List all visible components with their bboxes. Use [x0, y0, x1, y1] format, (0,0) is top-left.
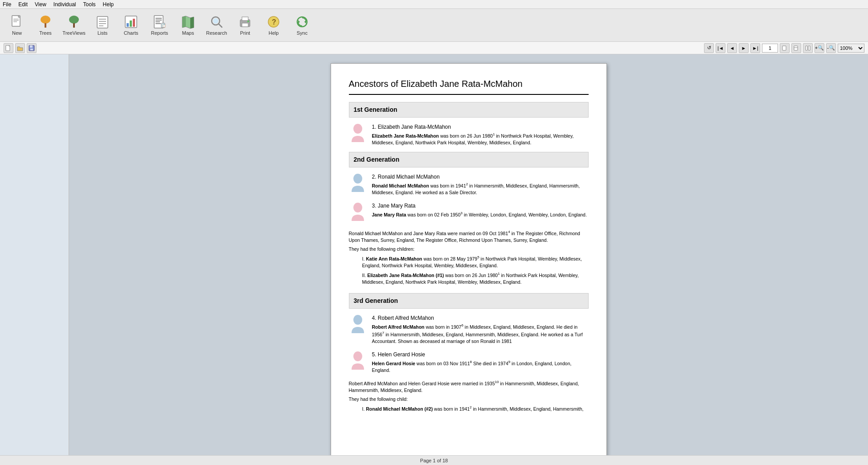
person-3-number: 3. [372, 203, 378, 209]
menu-file[interactable]: File [3, 1, 11, 8]
person-4-text: 4. Robert Alfred McMahon Robert Alfred M… [372, 314, 589, 345]
svg-marker-26 [182, 16, 186, 28]
svg-point-51 [353, 174, 362, 184]
reports-button[interactable]: 📋 Reports [146, 12, 173, 39]
svg-marker-27 [190, 17, 194, 29]
maps-button[interactable]: Maps [175, 12, 201, 39]
svg-point-5 [41, 16, 50, 24]
page-layout-btn[interactable] [803, 43, 813, 53]
toolbar: New Trees TreeViews [0, 9, 868, 42]
page-format-btn[interactable] [780, 43, 790, 53]
svg-rect-6 [45, 23, 46, 28]
status-bar: Page 1 of 18 [0, 455, 868, 465]
svg-rect-48 [806, 46, 807, 50]
menu-individual[interactable]: Individual [53, 1, 76, 8]
gen2-children: I. Katie Ann Rata-McMahon was born on 28… [362, 255, 589, 286]
document: Ancestors of Elizabeth Jane Rata-McMahon… [331, 63, 607, 455]
svg-point-50 [353, 124, 362, 134]
gen3-header: 3rd Generation [349, 293, 589, 309]
person-1-bold: Elizabeth Jane Rata-McMahon [372, 133, 439, 139]
gen3-children: I. Ronald Michael McMahon (#2) was born … [362, 405, 589, 412]
svg-point-34 [247, 20, 249, 22]
person-5-icon [349, 351, 367, 373]
page-input[interactable] [762, 44, 778, 53]
menu-view[interactable]: View [35, 1, 46, 8]
menu-bar: File Edit View Individual Tools Help [0, 0, 868, 9]
svg-rect-45 [782, 46, 786, 50]
svg-rect-2 [13, 19, 19, 20]
person-1-number: 1. [372, 124, 378, 130]
svg-point-52 [353, 203, 362, 212]
person-1-name: Elizabeth Jane Rata-McMahon [378, 124, 451, 130]
charts-icon [124, 15, 138, 29]
main-layout: Ancestors of Elizabeth Jane Rata-McMahon… [0, 54, 868, 455]
lists-button[interactable]: Lists [89, 12, 116, 39]
svg-rect-49 [808, 46, 810, 50]
menu-help[interactable]: Help [103, 1, 114, 8]
svg-rect-11 [99, 21, 106, 22]
sync-button[interactable]: Sync [289, 12, 315, 39]
person-1-desc: Elizabeth Jane Rata-McMahon was born on … [372, 132, 589, 147]
new-doc-button[interactable] [4, 43, 13, 53]
secondary-toolbar: ↺ |◄ ◄ ► ►| +🔍 -🔍 100% [0, 42, 868, 54]
person-2: 2. Ronald Michael McMahon Ronald Michael… [349, 173, 589, 196]
nav-controls: ↺ |◄ ◄ ► ►| +🔍 -🔍 100% [704, 43, 864, 53]
save-doc-button[interactable] [27, 43, 37, 53]
help-button[interactable]: ? Help [260, 12, 287, 39]
svg-rect-22 [156, 23, 161, 24]
svg-text:📋: 📋 [162, 24, 166, 28]
research-button[interactable]: Research [203, 12, 230, 39]
svg-rect-12 [99, 23, 106, 24]
gen2-marriage: Ronald Michael McMahon and Jane Mary Rat… [349, 229, 589, 244]
zoom-select[interactable]: 100% [838, 44, 864, 53]
menu-tools[interactable]: Tools [83, 1, 96, 8]
person-1-heading: 1. Elizabeth Jane Rata-McMahon [372, 123, 589, 131]
new-button[interactable]: New [4, 12, 30, 39]
nav-last[interactable]: ►| [750, 43, 760, 53]
person-5-name: Helen Gerard Hosie [378, 351, 425, 358]
svg-line-29 [219, 24, 222, 27]
content-area[interactable]: Ancestors of Elizabeth Jane Rata-McMahon… [69, 54, 868, 455]
open-doc-button[interactable] [15, 43, 25, 53]
trees-label: Trees [39, 30, 52, 36]
doc-title-line [349, 94, 589, 95]
person-5: 5. Helen Gerard Hosie Helen Gerard Hosie… [349, 351, 589, 374]
person-4: 4. Robert Alfred McMahon Robert Alfred M… [349, 314, 589, 345]
svg-rect-21 [156, 21, 160, 22]
gen3-children-intro: They had the following child: [349, 396, 589, 403]
print-button[interactable]: Print [232, 12, 258, 39]
person-4-desc: Robert Alfred McMahon was born in 19076 … [372, 323, 589, 345]
treeviews-button[interactable]: TreeViews [61, 12, 87, 39]
zoom-out-btn[interactable]: -🔍 [826, 43, 836, 53]
treeviews-label: TreeViews [62, 30, 85, 36]
trees-button[interactable]: Trees [32, 12, 59, 39]
reports-label: Reports [151, 30, 168, 36]
maps-label: Maps [182, 30, 194, 36]
help-label: Help [269, 30, 279, 36]
page-settings-btn[interactable] [791, 43, 801, 53]
svg-rect-33 [242, 23, 248, 27]
person-2-bold: Ronald Michael McMahon [372, 183, 429, 188]
svg-marker-39 [298, 20, 300, 24]
person-2-icon [349, 173, 367, 195]
person-3-icon [349, 202, 367, 224]
nav-prev[interactable]: ◄ [727, 43, 737, 53]
zoom-in-btn[interactable]: +🔍 [815, 43, 824, 53]
nav-next[interactable]: ► [739, 43, 749, 53]
nav-refresh[interactable]: ↺ [704, 43, 714, 53]
menu-edit[interactable]: Edit [18, 1, 28, 8]
sync-label: Sync [297, 30, 307, 36]
svg-rect-46 [794, 46, 798, 50]
person-5-desc: Helen Gerard Hosie was born on 03 Nov 19… [372, 359, 589, 374]
research-label: Research [206, 30, 227, 36]
charts-button[interactable]: Charts [118, 12, 144, 39]
child-2: II. Elizabeth Jane Rata-McMahon (#1) was… [362, 271, 589, 286]
reports-icon: 📋 [152, 15, 167, 29]
person-1-desc-text: was born on 26 Jun 1980 [439, 133, 493, 139]
person-4-icon [349, 314, 367, 336]
svg-rect-9 [97, 16, 108, 28]
svg-point-30 [213, 18, 218, 24]
gen2-children-intro: They had the following children: [349, 246, 589, 253]
person-2-name: Ronald Michael McMahon [378, 174, 440, 180]
nav-first[interactable]: |◄ [716, 43, 725, 53]
